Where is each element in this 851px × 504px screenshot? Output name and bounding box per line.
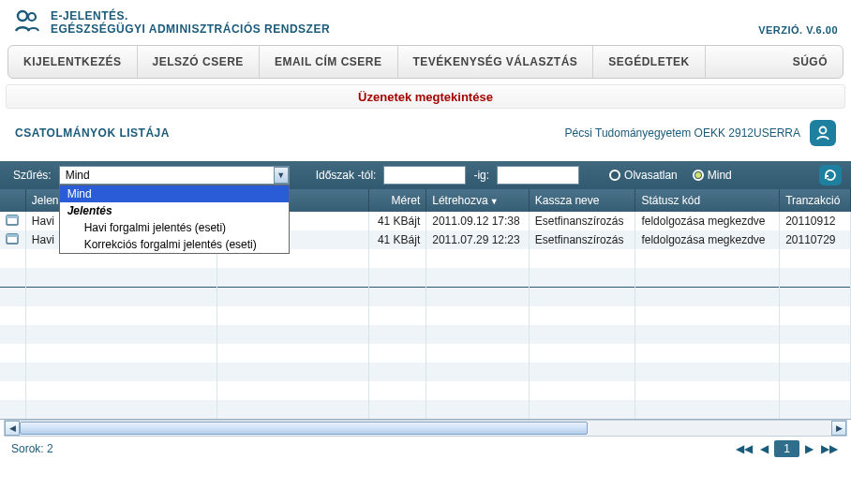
period-from-input[interactable] [383,166,466,185]
version-label: VERZIÓ. V.6.00 [758,24,838,39]
table-row-empty [0,381,851,400]
sort-desc-icon: ▼ [490,197,499,206]
radio-all-label: Mind [708,169,732,182]
table-row-empty [0,288,851,306]
row-open-icon[interactable] [0,212,25,230]
menu-help[interactable]: SÚGÓ [778,46,843,78]
svg-point-2 [820,127,827,134]
menu-spacer [706,46,778,78]
people-icon [13,8,41,37]
filter-option-heading-report[interactable]: Jelentés [60,202,289,219]
menu-activity-select[interactable]: TEVÉKENYSÉG VÁLASZTÁS [398,46,594,78]
filter-select-display[interactable]: Mind [59,166,290,185]
pager-first-icon[interactable]: ◀◀ [734,442,754,455]
chevron-down-icon[interactable]: ▼ [274,167,289,184]
cell-transaction: 20110912 [780,212,851,230]
table-row-empty [0,268,851,287]
pager-next-icon[interactable]: ▶ [803,442,815,455]
app-title: E-JELENTÉS. EGÉSZSÉGÜGYI ADMINISZTRÁCIÓS… [51,9,758,36]
cell-created: 2011.09.12 17:38 [426,212,529,230]
app-title-line2: EGÉSZSÉGÜGYI ADMINISZTRÁCIÓS RENDSZER [51,22,758,36]
radio-icon [693,170,704,181]
app-header: E-JELENTÉS. EGÉSZSÉGÜGYI ADMINISZTRÁCIÓS… [0,0,851,41]
svg-rect-4 [7,215,18,218]
col-transaction[interactable]: Tranzakció [780,189,851,212]
rows-count-label: Sorok: 2 [11,442,53,455]
org-name: Pécsi Tudományegyetem OEKK 2912USERRA [565,126,800,140]
radio-unread-label: Olvasatlan [624,169,678,182]
horizontal-scrollbar[interactable]: ◀ ▶ [4,420,847,437]
page-title-bar: Üzenetek megtekintése [6,84,845,109]
cell-status: feldolgozása megkezdve [635,212,780,230]
scroll-track[interactable] [20,421,831,436]
pager-current-page: 1 [774,440,799,457]
cell-cash-name: Esetfinanszírozás [529,212,635,230]
cell-cash-name: Esetfinanszírozás [529,230,635,249]
page-title: Üzenetek megtekintése [358,90,493,104]
menu-password-change[interactable]: JELSZÓ CSERE [138,46,260,78]
filter-option-monthly[interactable]: Havi forgalmi jelentés (eseti) [60,219,289,236]
refresh-icon [823,168,838,183]
subheader-row: CSATOLMÁNYOK LISTÁJA Pécsi Tudományegyet… [0,109,851,150]
cell-created: 2011.07.29 12:23 [426,230,529,249]
scroll-right-icon[interactable]: ▶ [831,421,846,436]
radio-all[interactable]: Mind [693,169,732,182]
cell-size: 41 KBájt [369,212,426,230]
user-badge-icon[interactable] [810,120,836,146]
table-row-empty [0,325,851,344]
scroll-thumb[interactable] [20,422,588,435]
period-from-label: Időszak -tól: [316,169,377,182]
scroll-left-icon[interactable]: ◀ [5,421,20,436]
table-footer: Sorok: 2 ◀◀ ◀ 1 ▶ ▶▶ [0,437,851,461]
filter-option-correction[interactable]: Korrekciós forgalmi jelentés (eseti) [60,236,289,253]
radio-icon [609,170,620,181]
pager-prev-icon[interactable]: ◀ [758,442,770,455]
table-row-empty [0,363,851,381]
col-size[interactable]: Méret [369,189,426,212]
filter-label: Szűrés: [13,169,52,182]
section-title: CSATOLMÁNYOK LISTÁJA [15,126,565,140]
refresh-button[interactable] [819,165,842,185]
table-row-empty [0,306,851,325]
col-created[interactable]: Létrehozva▼ [426,189,529,212]
col-status[interactable]: Státusz kód [635,189,780,212]
row-open-icon[interactable] [0,230,25,249]
period-to-input[interactable] [497,166,579,185]
menu-guides[interactable]: SEGÉDLETEK [593,46,705,78]
menu-logout[interactable]: KIJELENTKEZÉS [8,46,138,78]
filter-select-value: Mind [66,169,90,182]
filter-dropdown-panel: Mind Jelentés Havi forgalmi jelentés (es… [59,185,290,254]
cell-transaction: 20110729 [780,230,851,249]
filter-option-all[interactable]: Mind [60,185,289,202]
table-row-empty [0,400,851,419]
filter-select[interactable]: Mind ▼ Mind Jelentés Havi forgalmi jelen… [59,166,290,185]
col-icon [0,189,25,212]
menu-email-change[interactable]: EMAIL CÍM CSERE [260,46,398,78]
svg-point-1 [28,13,36,21]
main-menubar: KIJELENTKEZÉS JELSZÓ CSERE EMAIL CÍM CSE… [7,45,844,79]
svg-rect-6 [7,234,18,237]
svg-point-0 [18,11,27,21]
col-cash-name[interactable]: Kassza neve [529,189,635,212]
pager-last-icon[interactable]: ▶▶ [819,442,840,455]
pager: ◀◀ ◀ 1 ▶ ▶▶ [734,440,840,457]
app-title-line1: E-JELENTÉS. [51,9,758,22]
cell-status: feldolgozása megkezdve [635,230,780,249]
period-to-label: -ig: [473,169,489,182]
radio-unread[interactable]: Olvasatlan [609,169,678,182]
table-row-empty [0,344,851,363]
cell-size: 41 KBájt [369,230,426,249]
filter-bar: Szűrés: Mind ▼ Mind Jelentés Havi forgal… [0,161,851,189]
